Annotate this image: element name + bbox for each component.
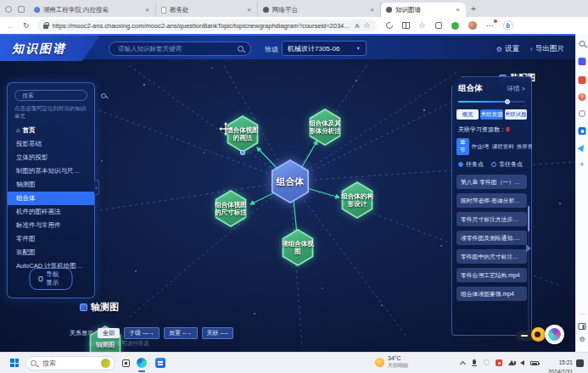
sidebar-item-active[interactable]: 组合体 [8, 192, 94, 205]
sidebar-item[interactable]: 制图的基本知识与尺规绘图 [8, 164, 94, 178]
bing-copilot-icon[interactable] [579, 58, 586, 65]
workspaces-icon[interactable] [18, 6, 25, 13]
collections-icon[interactable]: ☆ [419, 22, 426, 29]
new-tab-button[interactable]: + [471, 4, 476, 14]
ai-assistant-widget[interactable] [516, 325, 568, 347]
detail-link[interactable]: 详情 > [507, 85, 525, 93]
graph-node-center[interactable]: 组合体 [265, 159, 316, 203]
sidebar-item[interactable]: 投影基础 [8, 137, 94, 151]
microphone-tray-icon[interactable] [473, 359, 476, 365]
tray-app-red-icon[interactable] [496, 359, 502, 366]
resource-item[interactable]: 第八章 零件图（一）作用与内... [456, 175, 527, 189]
sidebar-search-icon[interactable] [580, 41, 585, 47]
radio-taskpoint[interactable]: 任务点 [458, 160, 484, 169]
radio-nontaskpoint[interactable]: 非任务点 [491, 160, 523, 169]
search-icon[interactable] [101, 93, 106, 98]
pinned-app-icon[interactable] [155, 358, 165, 368]
tab-overview[interactable]: 概览 [456, 109, 479, 120]
split-screen-icon[interactable] [402, 22, 410, 29]
legend-post-button[interactable]: 后置 --→ [164, 327, 198, 339]
sidebar-item[interactable]: 零件图 [8, 232, 94, 246]
browser-tab-1[interactable]: 湖南工程学院 内控搜索 × [29, 3, 156, 17]
task-view-button[interactable] [122, 359, 130, 367]
refresh-button[interactable]: ↻ [23, 21, 30, 30]
resource-item[interactable]: 组合体读图要领.mp4 [456, 287, 527, 301]
close-icon[interactable]: × [369, 6, 375, 14]
profile-avatar[interactable] [468, 21, 477, 30]
resource-item[interactable]: 零件合理工艺结构.mp4 [456, 268, 527, 282]
close-icon[interactable]: × [246, 6, 252, 14]
panel-scrollbar[interactable] [528, 204, 529, 331]
more-menu-icon[interactable]: ⋯ [486, 21, 494, 30]
resource-item[interactable]: 零件图中的尺寸标注（一）.mp4 [456, 249, 527, 264]
notification-center-icon[interactable] [576, 359, 584, 367]
tab-search-icon[interactable] [5, 6, 12, 13]
browser-tab-3[interactable]: 网络平台 × [258, 3, 381, 17]
sidebar-app-red-icon[interactable] [579, 76, 586, 84]
resource-item[interactable]: 陈时萍老师-形体分析法读图... [456, 193, 527, 208]
sidebar-item[interactable]: 装配图 [8, 246, 94, 259]
favorite-star-icon[interactable]: ☆ [363, 21, 370, 30]
filter-chapter[interactable]: 章节 [456, 138, 469, 155]
sidebar-item-home[interactable]: ⌂首页 [8, 124, 94, 137]
resource-item[interactable]: 零件尺寸标注方法步骤举例-轴... [456, 212, 527, 226]
search-icon[interactable] [238, 46, 244, 52]
sidebar-item[interactable]: 立体的投影 [8, 151, 94, 164]
resource-item[interactable]: 读零件图及测绘通知.mp4 [456, 231, 527, 245]
tray-overflow-chevron[interactable] [460, 361, 466, 367]
graph-node[interactable]: 组合体视图 的尺寸标注 [205, 186, 256, 231]
read-aloud-icon[interactable]: A [355, 22, 359, 30]
battery-icon[interactable] [530, 361, 539, 365]
bing-sidebar-icon[interactable]: b [503, 20, 513, 31]
legend-all-button[interactable]: 全部 [98, 328, 120, 338]
extension-green-icon[interactable] [451, 22, 459, 30]
export-image-button[interactable]: ↑ 导出图片 [529, 44, 564, 54]
browser-tab-2[interactable]: 教务处 × [156, 3, 258, 17]
messaging-icon[interactable] [577, 142, 586, 152]
legend-related-button[interactable]: 关联 ---- [202, 327, 233, 339]
search-highlight-icon[interactable] [101, 359, 110, 368]
graph-node[interactable]: 组合体及其 形体分析法 [300, 105, 350, 149]
profile-icon[interactable] [579, 93, 586, 101]
edge-taskbar-icon[interactable] [137, 358, 147, 368]
address-bar[interactable]: https://mooc2-ans.chaoxing.com/mooc2-ans… [37, 19, 377, 31]
taskbar-clock[interactable]: 15:21 2024/7/31 [544, 357, 573, 373]
browser-tab-4-active[interactable]: 知识图谱 × [381, 3, 466, 17]
outlook-icon[interactable] [579, 127, 586, 135]
assistant-orb-icon[interactable] [545, 325, 564, 344]
legend-child-button[interactable]: 子级 —→ [124, 327, 160, 339]
browser-essentials-icon[interactable] [386, 22, 393, 29]
close-icon[interactable]: × [144, 6, 150, 14]
sidebar-panel-icon[interactable] [579, 323, 586, 330]
sidebar-search-box[interactable] [14, 90, 87, 101]
filter-materials[interactable]: 课程资料 [492, 143, 514, 151]
sidebar-item[interactable]: 标准件与常用件 [8, 219, 94, 232]
slider-handle[interactable] [505, 99, 510, 104]
back-button[interactable]: ← [7, 21, 15, 31]
assistant-mascot-icon[interactable] [531, 327, 546, 342]
taskbar-search-box[interactable] [25, 356, 115, 370]
sidebar-item[interactable]: 轴测图 [8, 178, 94, 192]
tray-icon[interactable] [484, 359, 490, 365]
add-sidebar-app-icon[interactable]: + [580, 161, 584, 169]
sidebar-app-circle-icon[interactable] [579, 110, 585, 117]
sidebar-settings-icon[interactable]: ⚙ [579, 336, 585, 343]
cluster-label-axonometric[interactable]: 轴测图 [75, 299, 124, 315]
graph-node[interactable]: 组合体的构 形设计 [332, 178, 383, 222]
close-icon[interactable]: × [455, 6, 461, 14]
tab-related-questions[interactable]: 关联试题 [505, 109, 527, 120]
panel-expand-arrow[interactable] [526, 244, 531, 253]
volume-icon[interactable] [520, 360, 524, 365]
tab-related-resources[interactable]: 关联资源 [480, 109, 502, 120]
sidebar-collapse-handle[interactable]: ‹ [94, 180, 99, 195]
knowledge-search-input[interactable] [116, 44, 238, 53]
knowledge-search-box[interactable] [109, 42, 251, 56]
class-dropdown[interactable]: 机械设计7305-06 ▼ [282, 41, 367, 56]
navigation-display-button[interactable]: 导航显示 [30, 268, 73, 290]
graph-node[interactable]: 读组合体视 图 [272, 225, 323, 270]
filter-recommended[interactable]: 推荐资源 [517, 143, 539, 151]
progress-slider[interactable] [458, 100, 525, 103]
weather-widget[interactable]: 34°C 大部晴朗 [375, 355, 408, 369]
extensions-icon[interactable] [435, 22, 442, 29]
start-button[interactable] [10, 359, 19, 367]
